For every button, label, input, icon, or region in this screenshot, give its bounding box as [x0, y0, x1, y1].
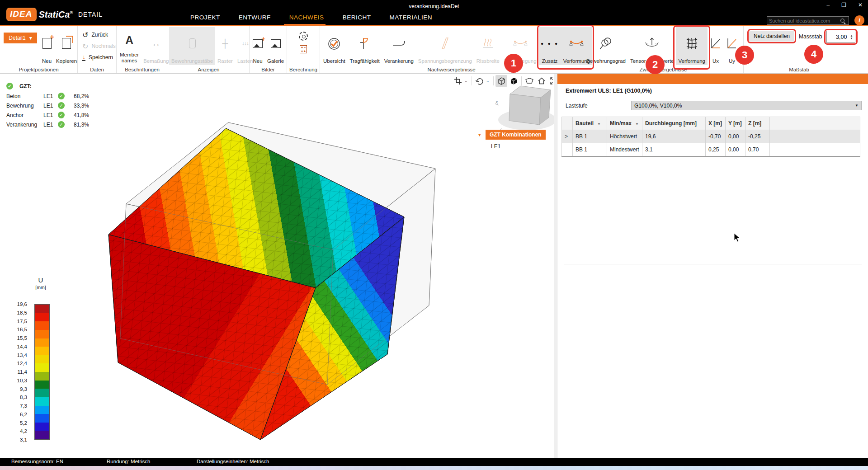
check-icon: ✓: [58, 93, 65, 99]
annotation-badge-2: 2: [646, 55, 665, 74]
check-icon: ✓: [58, 112, 65, 118]
group-bilder: Neu Galerie Bilder: [250, 26, 287, 73]
rotate-dropdown-icon[interactable]: ⌄: [486, 79, 491, 83]
rotate-tool-icon[interactable]: [474, 75, 486, 87]
tree-item-gzt-kombinationen[interactable]: GZT Kombinationen: [486, 130, 546, 140]
bewehrungsstaebe-toggle[interactable]: Bewehrungsstäbe: [169, 27, 215, 65]
spinner-down-icon[interactable]: ▾: [851, 37, 853, 40]
spannungsbegrenzung-button[interactable]: Spannungsbegrenzung: [416, 27, 474, 65]
tree-chevron-icon[interactable]: ▾: [478, 132, 481, 138]
maximize-button[interactable]: ❐: [841, 2, 846, 8]
panel-divider: [564, 264, 862, 264]
solid-view-icon[interactable]: [508, 75, 519, 87]
rissbreite-button[interactable]: Rissbreite: [474, 27, 502, 65]
netz-darstellen-toggle[interactable]: Netz darstellen: [749, 31, 794, 42]
idea-logo: IDEA: [6, 8, 37, 21]
settings-gear-icon[interactable]: [299, 32, 308, 41]
navigation-cube[interactable]: y x: [495, 86, 554, 136]
loads-icon: ↓↓↓: [242, 40, 249, 47]
group-anzeigen: Bewehrungsstäbe ┼ Raster ↓↓↓ Lasten Anze…: [168, 26, 250, 73]
crop-tool-icon[interactable]: [452, 75, 464, 87]
fem-deformation-model: y x: [0, 74, 554, 458]
dimension-icon: ↔: [151, 38, 160, 49]
legend-unit: [mm]: [27, 285, 54, 290]
uebersicht-button[interactable]: Übersicht: [321, 27, 348, 65]
new-position-button[interactable]: Neu: [40, 27, 54, 65]
detail1-dropdown[interactable]: Detail1▾: [4, 33, 37, 43]
tragfaehigkeit-button[interactable]: Tragfähigkeit: [348, 27, 382, 65]
tab-entwurf[interactable]: ENTWURF: [239, 14, 271, 21]
verformung-mesh-toggle[interactable]: Verformung: [676, 27, 707, 65]
scale-spinner[interactable]: 3,00 ▴▾: [826, 31, 855, 43]
window-title: verankerung.ideaDet: [0, 3, 868, 9]
copy-icon: [62, 38, 71, 49]
mesh-deformation-annotated: Verformung: [676, 27, 707, 65]
group-berechnung: + −× ÷ Berechnung: [287, 26, 320, 73]
search-box[interactable]: [767, 16, 849, 25]
redo-button[interactable]: ↻ Nochmals: [82, 41, 116, 51]
tab-nachweis[interactable]: NACHWEIS: [289, 14, 324, 21]
taskbar-edge: [0, 466, 868, 470]
close-button[interactable]: ✕: [858, 2, 863, 8]
undo-button[interactable]: ↺ Zurück: [82, 30, 116, 40]
group-beschriftungen: A Member names ↔ Bemaßung Beschriftungen: [117, 26, 168, 73]
mesh-toggle-annotated: Netz darstellen: [749, 31, 794, 42]
table-row[interactable]: > BB 1 Höchstwert 19,6 -0,70 0,00 -0,25: [562, 130, 860, 143]
zusatz-toggle[interactable]: • • • Zusatz: [539, 27, 561, 65]
summary-row-bewehrung: BewehrungLE1 ✓ 33,3%: [6, 101, 89, 110]
app-name: DETAIL: [78, 11, 103, 18]
annotation-badge-4: 4: [804, 45, 823, 64]
dropdown-arrow-icon: ▼: [855, 103, 859, 108]
legend-title: U: [27, 276, 54, 284]
search-input[interactable]: [769, 18, 840, 24]
filter-icon[interactable]: ▼: [635, 122, 639, 126]
save-button[interactable]: ↓ Speichern: [82, 52, 116, 62]
tab-materialien[interactable]: MATERIALIEN: [389, 14, 432, 21]
status-rounding: Rundung: Metrisch: [107, 459, 151, 464]
summary-row-beton: BetonLE1 ✓ 68,2%: [6, 91, 89, 101]
info-icon[interactable]: i: [854, 15, 864, 25]
new-image-button[interactable]: Neu: [250, 27, 265, 65]
extras-dots-icon: • • •: [541, 40, 559, 47]
group-daten: ↺ Zurück ↻ Nochmals ↓ Speichern Daten: [78, 26, 117, 73]
table-row[interactable]: BB 1 Mindestwert 3,1 0,25 0,00 0,70: [562, 143, 860, 156]
bemassung-button[interactable]: ↔ Bemaßung: [141, 27, 171, 65]
bewehrungsgrad-button[interactable]: Bewehrungsgrad: [584, 27, 628, 65]
results-panel: Extremwert ULS: LE1 (G100,0%) Laststufe …: [557, 74, 868, 458]
filter-icon[interactable]: ▼: [597, 122, 601, 126]
wireframe-view-icon[interactable]: [495, 75, 507, 87]
status-design-code: Bemessungsnorm: EN: [11, 459, 63, 464]
svg-text:x: x: [495, 99, 498, 104]
verankerung-button[interactable]: Verankerung: [382, 27, 416, 65]
group-massstab: Netz darstellen Massstab 3,00 ▴▾ Maßstab: [744, 26, 854, 73]
new-document-icon: [42, 38, 52, 49]
search-icon[interactable]: [840, 19, 844, 23]
viewport-toolbar: ⌄ ⌄: [452, 75, 554, 87]
calculator-icon[interactable]: + −× ÷: [300, 45, 307, 53]
ux-button[interactable]: Ux: [708, 27, 724, 65]
copy-position-button[interactable]: Kopieren: [54, 27, 79, 65]
model-viewport[interactable]: y x ✓ GZT: BetonLE1 ✓ 68,2% BewehrungLE1…: [0, 74, 554, 458]
ribbon: Detail1▾ Neu Kopieren Projektpositionen …: [0, 26, 868, 74]
group-nachweisergebnisse: Übersicht Tragfähigkeit Verankerung Span…: [320, 26, 583, 73]
results-panel-header: [557, 74, 868, 84]
section-view-icon[interactable]: [524, 75, 535, 87]
minimize-button[interactable]: –: [826, 2, 830, 8]
fullscreen-icon[interactable]: [548, 75, 554, 87]
scale-value[interactable]: 3,00: [827, 34, 849, 40]
member-names-button[interactable]: A Member names: [118, 27, 141, 65]
tab-projekt[interactable]: PROJEKT: [190, 14, 220, 21]
raster-toggle[interactable]: ┼ Raster: [215, 27, 235, 65]
stress-limit-icon: [440, 28, 449, 58]
loadstep-dropdown[interactable]: G100,0%, V100,0% ▼: [631, 101, 862, 110]
tree-item-le1[interactable]: LE1: [491, 143, 500, 150]
gzt-summary: ✓ GZT: BetonLE1 ✓ 68,2% BewehrungLE1 ✓ 3…: [6, 83, 89, 129]
panel-splitter[interactable]: [554, 74, 557, 458]
crop-dropdown-icon[interactable]: ⌄: [464, 79, 470, 83]
home-view-icon[interactable]: [536, 75, 547, 87]
statica-logo: StatiCa®: [38, 9, 73, 20]
gallery-button[interactable]: Galerie: [265, 27, 286, 65]
tab-bericht[interactable]: BERICHT: [343, 14, 371, 21]
mouse-cursor: [734, 233, 741, 243]
check-icon: ✓: [58, 121, 65, 128]
